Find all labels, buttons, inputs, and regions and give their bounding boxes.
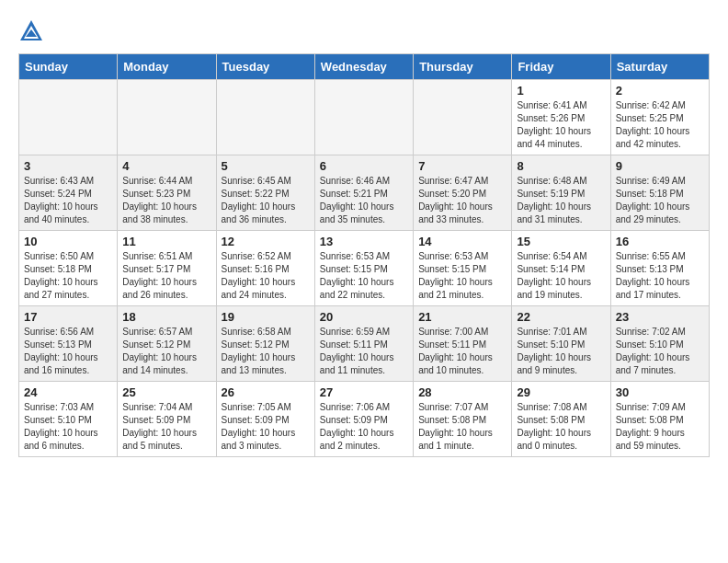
day-info: Sunrise: 6:58 AM Sunset: 5:12 PM Dayligh… [222, 326, 310, 377]
calendar-cell: 29Sunrise: 7:08 AM Sunset: 5:08 PM Dayli… [512, 382, 610, 457]
day-info: Sunrise: 6:51 AM Sunset: 5:17 PM Dayligh… [122, 250, 210, 302]
calendar-cell: 24Sunrise: 7:03 AM Sunset: 5:10 PM Dayli… [19, 382, 118, 457]
day-number: 10 [24, 235, 112, 248]
day-info: Sunrise: 7:05 AM Sunset: 5:09 PM Dayligh… [222, 401, 310, 453]
calendar-cell: 22Sunrise: 7:01 AM Sunset: 5:10 PM Dayli… [512, 306, 610, 382]
day-info: Sunrise: 6:41 AM Sunset: 5:26 PM Dayligh… [517, 99, 605, 151]
calendar-cell: 17Sunrise: 6:56 AM Sunset: 5:13 PM Dayli… [19, 306, 118, 382]
calendar-cell [19, 80, 118, 155]
calendar-week-row: 3Sunrise: 6:43 AM Sunset: 5:24 PM Daylig… [19, 155, 710, 231]
calendar-cell: 13Sunrise: 6:53 AM Sunset: 5:15 PM Dayli… [314, 231, 413, 306]
day-number: 13 [320, 235, 408, 248]
weekday-header: Friday [512, 54, 610, 80]
day-info: Sunrise: 6:57 AM Sunset: 5:12 PM Dayligh… [122, 326, 210, 377]
calendar-cell: 19Sunrise: 6:58 AM Sunset: 5:12 PM Dayli… [216, 306, 314, 382]
logo [18, 18, 48, 44]
day-info: Sunrise: 6:46 AM Sunset: 5:21 PM Dayligh… [320, 175, 408, 226]
day-info: Sunrise: 6:50 AM Sunset: 5:18 PM Dayligh… [24, 250, 112, 302]
calendar-cell: 15Sunrise: 6:54 AM Sunset: 5:14 PM Dayli… [512, 231, 610, 306]
day-number: 23 [616, 310, 704, 324]
day-number: 25 [122, 385, 210, 399]
day-number: 8 [517, 159, 605, 173]
day-number: 21 [418, 310, 506, 324]
day-info: Sunrise: 7:00 AM Sunset: 5:11 PM Dayligh… [418, 326, 506, 377]
day-info: Sunrise: 6:53 AM Sunset: 5:15 PM Dayligh… [418, 250, 506, 302]
page: SundayMondayTuesdayWednesdayThursdayFrid… [0, 0, 728, 466]
day-number: 26 [222, 385, 310, 399]
calendar-cell: 27Sunrise: 7:06 AM Sunset: 5:09 PM Dayli… [314, 382, 413, 457]
weekday-header: Monday [118, 54, 216, 80]
weekday-header: Wednesday [314, 54, 413, 80]
calendar-week-row: 1Sunrise: 6:41 AM Sunset: 5:26 PM Daylig… [19, 80, 710, 155]
calendar-cell: 12Sunrise: 6:52 AM Sunset: 5:16 PM Dayli… [216, 231, 314, 306]
weekday-header: Thursday [414, 54, 512, 80]
day-info: Sunrise: 6:52 AM Sunset: 5:16 PM Dayligh… [222, 250, 310, 302]
calendar-cell: 28Sunrise: 7:07 AM Sunset: 5:08 PM Dayli… [414, 382, 512, 457]
day-info: Sunrise: 6:59 AM Sunset: 5:11 PM Dayligh… [320, 326, 408, 377]
calendar-cell [216, 80, 314, 155]
calendar-cell: 6Sunrise: 6:46 AM Sunset: 5:21 PM Daylig… [314, 155, 413, 231]
day-info: Sunrise: 6:43 AM Sunset: 5:24 PM Dayligh… [24, 175, 112, 226]
calendar-header-row: SundayMondayTuesdayWednesdayThursdayFrid… [19, 54, 710, 80]
day-number: 18 [122, 310, 210, 324]
day-info: Sunrise: 6:54 AM Sunset: 5:14 PM Dayligh… [517, 250, 605, 302]
calendar-cell: 2Sunrise: 6:42 AM Sunset: 5:25 PM Daylig… [610, 80, 709, 155]
day-info: Sunrise: 6:44 AM Sunset: 5:23 PM Dayligh… [122, 175, 210, 226]
calendar-cell: 11Sunrise: 6:51 AM Sunset: 5:17 PM Dayli… [118, 231, 216, 306]
header [18, 18, 710, 44]
day-number: 15 [517, 235, 605, 248]
day-info: Sunrise: 7:06 AM Sunset: 5:09 PM Dayligh… [320, 401, 408, 453]
day-number: 12 [222, 235, 310, 248]
calendar-week-row: 10Sunrise: 6:50 AM Sunset: 5:18 PM Dayli… [19, 231, 710, 306]
calendar-cell: 3Sunrise: 6:43 AM Sunset: 5:24 PM Daylig… [19, 155, 118, 231]
calendar-week-row: 17Sunrise: 6:56 AM Sunset: 5:13 PM Dayli… [19, 306, 710, 382]
logo-icon [18, 18, 44, 44]
day-info: Sunrise: 6:45 AM Sunset: 5:22 PM Dayligh… [222, 175, 310, 226]
day-info: Sunrise: 7:01 AM Sunset: 5:10 PM Dayligh… [517, 326, 605, 377]
calendar-cell: 8Sunrise: 6:48 AM Sunset: 5:19 PM Daylig… [512, 155, 610, 231]
day-number: 29 [517, 385, 605, 399]
day-info: Sunrise: 6:42 AM Sunset: 5:25 PM Dayligh… [616, 99, 704, 151]
day-number: 19 [222, 310, 310, 324]
day-number: 7 [418, 159, 506, 173]
day-info: Sunrise: 6:55 AM Sunset: 5:13 PM Dayligh… [616, 250, 704, 302]
day-info: Sunrise: 7:02 AM Sunset: 5:10 PM Dayligh… [616, 326, 704, 377]
day-info: Sunrise: 7:03 AM Sunset: 5:10 PM Dayligh… [24, 401, 112, 453]
day-info: Sunrise: 7:04 AM Sunset: 5:09 PM Dayligh… [122, 401, 210, 453]
day-number: 16 [616, 235, 704, 248]
day-number: 6 [320, 159, 408, 173]
calendar-cell: 10Sunrise: 6:50 AM Sunset: 5:18 PM Dayli… [19, 231, 118, 306]
calendar-cell: 4Sunrise: 6:44 AM Sunset: 5:23 PM Daylig… [118, 155, 216, 231]
calendar-cell [118, 80, 216, 155]
day-number: 17 [24, 310, 112, 324]
calendar-cell: 23Sunrise: 7:02 AM Sunset: 5:10 PM Dayli… [610, 306, 709, 382]
day-number: 4 [122, 159, 210, 173]
day-number: 30 [616, 385, 704, 399]
calendar-cell: 9Sunrise: 6:49 AM Sunset: 5:18 PM Daylig… [610, 155, 709, 231]
day-info: Sunrise: 7:07 AM Sunset: 5:08 PM Dayligh… [418, 401, 506, 453]
day-info: Sunrise: 6:49 AM Sunset: 5:18 PM Dayligh… [616, 175, 704, 226]
day-number: 14 [418, 235, 506, 248]
day-number: 2 [616, 84, 704, 98]
day-info: Sunrise: 6:56 AM Sunset: 5:13 PM Dayligh… [24, 326, 112, 377]
calendar-cell: 20Sunrise: 6:59 AM Sunset: 5:11 PM Dayli… [314, 306, 413, 382]
day-info: Sunrise: 7:08 AM Sunset: 5:08 PM Dayligh… [517, 401, 605, 453]
calendar-cell [414, 80, 512, 155]
day-number: 5 [222, 159, 310, 173]
weekday-header: Sunday [19, 54, 118, 80]
day-number: 1 [517, 84, 605, 98]
weekday-header: Tuesday [216, 54, 314, 80]
weekday-header: Saturday [610, 54, 709, 80]
calendar-cell: 26Sunrise: 7:05 AM Sunset: 5:09 PM Dayli… [216, 382, 314, 457]
day-info: Sunrise: 6:53 AM Sunset: 5:15 PM Dayligh… [320, 250, 408, 302]
day-number: 9 [616, 159, 704, 173]
calendar-cell: 25Sunrise: 7:04 AM Sunset: 5:09 PM Dayli… [118, 382, 216, 457]
calendar-cell: 1Sunrise: 6:41 AM Sunset: 5:26 PM Daylig… [512, 80, 610, 155]
calendar-cell: 14Sunrise: 6:53 AM Sunset: 5:15 PM Dayli… [414, 231, 512, 306]
day-info: Sunrise: 7:09 AM Sunset: 5:08 PM Dayligh… [616, 401, 704, 453]
calendar-cell: 30Sunrise: 7:09 AM Sunset: 5:08 PM Dayli… [610, 382, 709, 457]
calendar-cell: 18Sunrise: 6:57 AM Sunset: 5:12 PM Dayli… [118, 306, 216, 382]
day-number: 28 [418, 385, 506, 399]
calendar-cell: 21Sunrise: 7:00 AM Sunset: 5:11 PM Dayli… [414, 306, 512, 382]
calendar: SundayMondayTuesdayWednesdayThursdayFrid… [18, 53, 710, 457]
